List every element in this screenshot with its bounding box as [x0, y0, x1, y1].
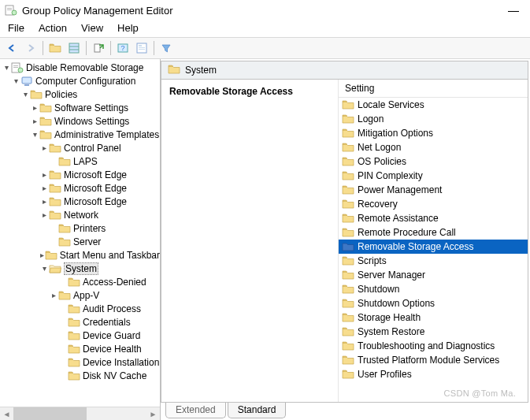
list-item[interactable]: Mitigation Options: [339, 126, 528, 140]
collapse-icon[interactable]: ▾: [30, 131, 39, 139]
folder-icon: [342, 369, 354, 380]
tree-policies[interactable]: ▾ Policies: [2, 87, 160, 101]
tree-audit-process[interactable]: Audit Process: [2, 302, 160, 315]
tree-root[interactable]: ▾ Disable Removable Storage: [2, 61, 160, 74]
window-title: Group Policy Management Editor: [22, 5, 172, 17]
expand-icon[interactable]: ▸: [49, 292, 58, 299]
collapse-icon[interactable]: ▾: [20, 91, 30, 98]
tree-printers[interactable]: Printers: [2, 221, 160, 235]
scroll-left-icon[interactable]: ◄: [0, 410, 13, 418]
list-item[interactable]: Shutdown: [339, 282, 528, 296]
tree-ms-edge-1[interactable]: ▸ Microsoft Edge: [2, 168, 160, 181]
tree-software-settings[interactable]: ▸ Software Settings: [2, 101, 160, 114]
list-item[interactable]: Trusted Platform Module Services: [339, 353, 528, 367]
folder-icon: [58, 155, 71, 168]
tree-windows-settings[interactable]: ▸ Windows Settings: [2, 114, 160, 128]
list-item[interactable]: Recovery: [339, 197, 528, 211]
show-grid-button[interactable]: [65, 39, 83, 57]
list-item[interactable]: Troubleshooting and Diagnostics: [339, 339, 528, 353]
forward-button[interactable]: [22, 39, 39, 57]
expand-icon[interactable]: ▸: [39, 251, 45, 259]
menu-view[interactable]: View: [81, 22, 103, 34]
tree-laps[interactable]: LAPS: [2, 154, 160, 168]
tree-admin-templates[interactable]: ▾ Administrative Templates: [2, 128, 160, 141]
expand-icon[interactable]: ▸: [39, 184, 49, 192]
tree-device-install[interactable]: Device Installation: [2, 355, 160, 369]
collapse-icon[interactable]: ▾: [39, 265, 49, 273]
list-item[interactable]: Shutdown Options: [339, 296, 528, 310]
menu-action[interactable]: Action: [39, 22, 67, 34]
tree-access-denied[interactable]: Access-Denied: [2, 275, 160, 288]
content-title: System: [185, 65, 217, 76]
expand-icon[interactable]: ▸: [39, 144, 49, 152]
list-item[interactable]: Server Manager: [339, 268, 528, 282]
list-item[interactable]: User Profiles: [339, 367, 528, 381]
tree-server[interactable]: Server: [2, 235, 160, 248]
expand-icon[interactable]: ▸: [39, 171, 49, 179]
folder-icon: [342, 99, 354, 110]
tree-network[interactable]: ▸ Network: [2, 208, 160, 221]
expand-icon[interactable]: ▸: [30, 117, 39, 125]
list-item-label: Remote Procedure Call: [358, 227, 456, 238]
list-item[interactable]: PIN Complexity: [339, 169, 528, 183]
scroll-thumb[interactable]: [13, 407, 87, 420]
folder-icon: [68, 370, 80, 382]
collapse-icon[interactable]: ▾: [2, 64, 11, 72]
list-item-label: Shutdown: [358, 284, 399, 295]
expand-icon[interactable]: ▸: [39, 211, 49, 219]
folder-icon: [39, 115, 52, 128]
tree-credential[interactable]: Credentials: [2, 315, 160, 329]
up-button[interactable]: [46, 39, 64, 57]
list-column-header[interactable]: Setting: [339, 80, 528, 98]
app-icon: [5, 4, 17, 17]
list-item-label: OS Policies: [358, 156, 406, 167]
list-item-label: Scripts: [358, 255, 387, 266]
menu-file[interactable]: File: [8, 22, 24, 34]
tree-disk-nv[interactable]: Disk NV Cache: [2, 369, 160, 382]
list-item[interactable]: Removable Storage Access: [339, 240, 528, 254]
folder-icon: [68, 329, 80, 342]
list-item[interactable]: Locale Services: [339, 98, 528, 112]
tab-extended[interactable]: Extended: [165, 403, 226, 418]
tree-computer-config[interactable]: ▾ Computer Configuration: [2, 74, 160, 87]
list-item[interactable]: Logon: [339, 112, 528, 126]
tree-control-panel[interactable]: ▸ Control Panel: [2, 141, 160, 154]
list-item[interactable]: Remote Assistance: [339, 211, 528, 225]
tabs: Extended Standard: [161, 403, 528, 420]
list-item[interactable]: Scripts: [339, 254, 528, 268]
tree-device-health[interactable]: Device Health: [2, 342, 160, 355]
tree-device-guard[interactable]: Device Guard: [2, 329, 160, 342]
list-item[interactable]: Power Management: [339, 183, 528, 197]
expand-icon[interactable]: ▸: [30, 104, 39, 112]
folder-open-icon: [49, 262, 61, 275]
tree-system[interactable]: ▾ System: [2, 262, 160, 275]
list-item-label: System Restore: [358, 326, 424, 337]
horizontal-scrollbar[interactable]: ◄ ►: [0, 407, 160, 420]
list-item[interactable]: System Restore: [339, 325, 528, 339]
tab-standard[interactable]: Standard: [228, 403, 287, 418]
menu-help[interactable]: Help: [117, 22, 139, 34]
expand-icon[interactable]: ▸: [39, 198, 49, 206]
list-item[interactable]: Storage Health: [339, 310, 528, 325]
list-item-label: Shutdown Options: [358, 298, 435, 309]
back-button[interactable]: [3, 39, 20, 57]
export-button[interactable]: [90, 39, 107, 57]
tree-ms-edge-2[interactable]: ▸ Microsoft Edge: [2, 181, 160, 195]
properties-button[interactable]: [133, 39, 150, 57]
folder-icon: [68, 276, 80, 288]
list-item[interactable]: OS Policies: [339, 154, 528, 169]
tree-app-v[interactable]: ▸ App-V: [2, 288, 160, 302]
tree-ms-edge-3[interactable]: ▸ Microsoft Edge: [2, 195, 160, 208]
scroll-right-icon[interactable]: ►: [146, 410, 160, 418]
list-item[interactable]: Remote Procedure Call: [339, 225, 528, 240]
help-button[interactable]: ?: [114, 39, 132, 57]
folder-icon: [58, 289, 71, 302]
folder-icon: [49, 195, 61, 208]
separator-icon: [154, 41, 154, 55]
folder-icon: [342, 326, 354, 337]
minimize-button[interactable]: —: [502, 2, 525, 18]
filter-button[interactable]: [158, 39, 175, 57]
collapse-icon[interactable]: ▾: [11, 77, 20, 85]
tree-start-menu[interactable]: ▸ Start Menu and Taskbar: [2, 248, 160, 262]
list-item[interactable]: Net Logon: [339, 140, 528, 154]
